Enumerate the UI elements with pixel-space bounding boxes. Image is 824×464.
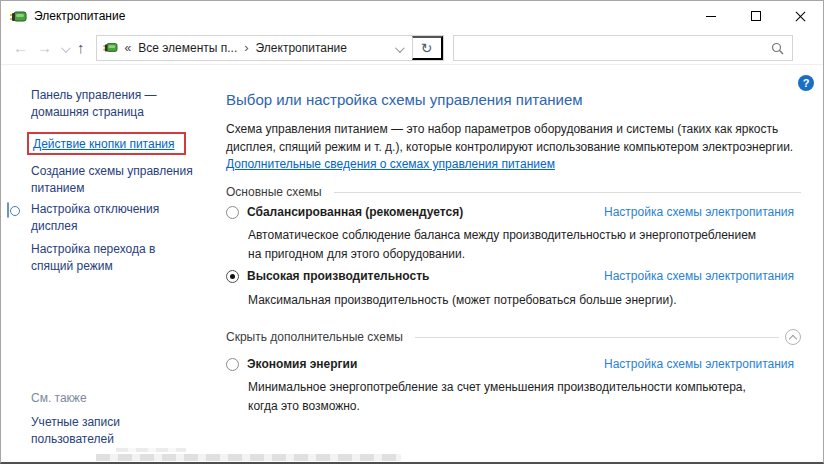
display-timeout-icon bbox=[7, 203, 9, 217]
plan-description-high-performance: Максимальная производительность (может п… bbox=[248, 291, 677, 310]
plan-settings-link-high-performance[interactable]: Настройка схемы электропитания bbox=[604, 269, 794, 283]
plan-name-power-saver[interactable]: Экономия энергии bbox=[247, 357, 357, 371]
section-title: Основные схемы bbox=[226, 185, 334, 199]
plan-name-balanced[interactable]: Сбалансированная (рекомендуется) bbox=[247, 205, 463, 219]
sidebar-tasks: Панель управления — домашняя страница Де… bbox=[1, 65, 220, 462]
radio-high-performance[interactable] bbox=[226, 270, 239, 283]
sidebar-item-user-accounts[interactable]: Учетные записи пользователей bbox=[31, 414, 120, 448]
sidebar-item-control-panel-home[interactable]: Панель управления — домашняя страница bbox=[31, 87, 157, 121]
address-power-icon bbox=[103, 41, 118, 54]
section-header-main-plans: Основные схемы bbox=[226, 185, 801, 199]
address-dropdown-icon[interactable] bbox=[395, 39, 402, 57]
plan-settings-link-power-saver[interactable]: Настройка схемы электропитания bbox=[604, 357, 794, 371]
cutoff-content-fragment bbox=[96, 454, 401, 461]
minimize-icon bbox=[706, 16, 716, 17]
close-icon bbox=[795, 11, 806, 22]
power-options-window: Электропитание ← → ↑ « Все элементы п... bbox=[0, 0, 824, 464]
titlebar: Электропитание bbox=[1, 1, 823, 31]
help-icon: ? bbox=[803, 77, 810, 89]
refresh-icon: ↻ bbox=[421, 40, 433, 56]
power-battery-icon bbox=[10, 9, 27, 24]
radio-balanced[interactable] bbox=[226, 206, 239, 219]
minimize-button[interactable] bbox=[688, 1, 733, 31]
window-controls bbox=[688, 1, 823, 31]
back-icon[interactable]: ← bbox=[13, 40, 28, 55]
sidebar-item-display-off-settings[interactable]: Настройка отключения дисплея bbox=[31, 201, 159, 235]
page-title: Выбор или настройка схемы управления пит… bbox=[226, 91, 583, 108]
up-icon[interactable]: ↑ bbox=[77, 40, 85, 55]
annotation-red-box: Действие кнопки питания bbox=[27, 132, 186, 155]
radio-power-saver[interactable] bbox=[226, 358, 239, 371]
address-bar[interactable]: « Все элементы п... › Электропитание ↻ bbox=[96, 35, 444, 61]
section-divider bbox=[334, 192, 801, 193]
sidebar-item-sleep-settings[interactable]: Настройка перехода в спящий режим bbox=[31, 241, 155, 275]
search-icon bbox=[771, 42, 784, 55]
see-also-header: См. также bbox=[31, 391, 87, 405]
breadcrumb-all-items[interactable]: Все элементы п... bbox=[131, 41, 244, 55]
help-button[interactable]: ? bbox=[798, 75, 814, 91]
breadcrumb-overflow-icon[interactable]: « bbox=[125, 41, 132, 55]
sidebar-item-create-power-plan[interactable]: Создание схемы управления питанием bbox=[31, 163, 193, 197]
window-title: Электропитание bbox=[34, 9, 125, 23]
section-title: Скрыть дополнительные схемы bbox=[226, 330, 415, 344]
refresh-button[interactable]: ↻ bbox=[412, 36, 443, 60]
sidebar-item-power-button-action[interactable]: Действие кнопки питания bbox=[33, 137, 175, 151]
plan-description-balanced: Автоматическое соблюдение баланса между … bbox=[248, 226, 756, 264]
collapse-chevron-icon[interactable] bbox=[785, 329, 801, 345]
recent-pages-chevron-icon[interactable] bbox=[61, 39, 68, 57]
navigation-toolbar: ← → ↑ « Все элементы п... › Электропитан… bbox=[1, 31, 823, 65]
section-header-additional-plans: Скрыть дополнительные схемы bbox=[226, 329, 801, 345]
plan-description-power-saver: Минимальное энергопотребление за счет ум… bbox=[248, 378, 746, 416]
more-info-link[interactable]: Дополнительные сведения о схемах управле… bbox=[226, 157, 555, 171]
maximize-icon bbox=[751, 11, 761, 21]
nav-buttons: ← → ↑ bbox=[13, 39, 85, 57]
plan-row-balanced: Сбалансированная (рекомендуется) Настрой… bbox=[226, 205, 794, 219]
search-box[interactable] bbox=[453, 35, 793, 61]
main-area: Панель управления — домашняя страница Де… bbox=[1, 65, 823, 462]
maximize-button[interactable] bbox=[733, 1, 778, 31]
search-input[interactable] bbox=[454, 36, 792, 60]
plan-settings-link-balanced[interactable]: Настройка схемы электропитания bbox=[604, 205, 794, 219]
cutoff-content-fragment bbox=[116, 448, 186, 452]
forward-icon[interactable]: → bbox=[37, 40, 52, 55]
section-divider bbox=[415, 337, 779, 338]
close-button[interactable] bbox=[778, 1, 823, 31]
plan-row-high-performance: Высокая производительность Настройка схе… bbox=[226, 269, 794, 283]
plan-name-high-performance[interactable]: Высокая производительность bbox=[247, 269, 429, 283]
breadcrumb-power-options[interactable]: Электропитание bbox=[249, 41, 354, 55]
intro-text: Схема управления питанием — это набор па… bbox=[226, 120, 793, 156]
plan-row-power-saver: Экономия энергии Настройка схемы электро… bbox=[226, 357, 794, 371]
